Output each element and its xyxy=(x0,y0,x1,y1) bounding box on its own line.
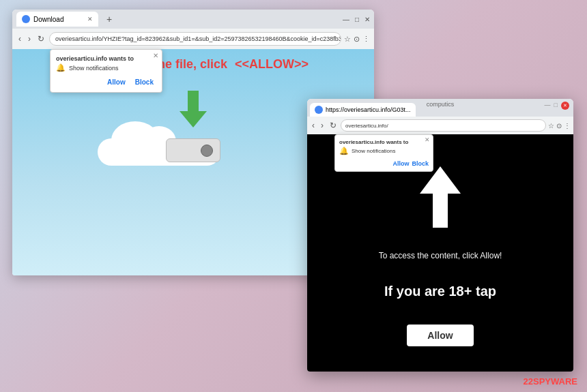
main-tab-label: Download xyxy=(33,16,63,23)
back-button[interactable]: ‹ xyxy=(16,33,23,45)
second-nav-icons: ☆ ⊙ ⋮ xyxy=(548,122,571,130)
popup-site-main: overiesarticu.info wants to xyxy=(56,55,156,62)
new-tab-button[interactable]: + xyxy=(102,12,116,26)
second-menu-icon: ⋮ xyxy=(564,122,571,130)
second-maximize[interactable]: □ xyxy=(554,102,558,110)
second-nav-bar: ‹ › ↻ overiesarticu.info/ ☆ ⊙ ⋮ xyxy=(307,117,573,134)
second-account-icon: ⊙ xyxy=(556,122,562,130)
main-tab[interactable]: Download ✕ xyxy=(16,12,98,27)
download-text-highlight: <<ALLOW>> xyxy=(235,57,309,71)
nav-icons: ☆ ⊙ ⋮ xyxy=(344,35,370,44)
second-minimize[interactable]: — xyxy=(545,102,551,110)
popup-block-button-second[interactable]: Block xyxy=(412,160,429,167)
main-titlebar: Download ✕ + — □ ✕ xyxy=(12,10,374,29)
popup-close-main[interactable]: ✕ xyxy=(153,52,158,59)
age-text: If you are 18+ tap xyxy=(384,284,496,299)
second-bell-icon: 🔔 xyxy=(339,147,349,155)
forward-button[interactable]: › xyxy=(26,33,33,45)
close-button[interactable]: ✕ xyxy=(364,16,370,23)
popup-buttons-second: Allow Block xyxy=(339,160,429,167)
second-url-text: overiesarticu.info/ xyxy=(345,123,388,129)
second-browser-window: https://overiesarticu.info/G03t... compu… xyxy=(307,99,573,372)
url-text: overiesarticu.info/YHZIE?tag_id=823962&s… xyxy=(55,35,341,42)
white-arrow-icon xyxy=(420,166,461,228)
second-back-button[interactable]: ‹ xyxy=(310,119,317,132)
brand-number: 2 xyxy=(524,376,528,387)
win-controls-main: — □ ✕ xyxy=(343,16,370,23)
popup-buttons-main: Allow Block xyxy=(56,78,156,87)
bookmark-icon: ☆ xyxy=(344,35,351,44)
popup-site-second: overiesarticu.info wants to xyxy=(339,139,429,145)
main-nav-bar: ‹ › ↻ overiesarticu.info/YHZIE?tag_id=82… xyxy=(12,29,374,49)
arrow-shaft xyxy=(188,91,199,111)
popup-notif-text-main: Show notifications xyxy=(69,65,119,72)
popup-notif-row-second: 🔔 Show notifications xyxy=(339,147,429,155)
second-tab-favicon xyxy=(315,106,323,114)
account-icon: ⊙ xyxy=(354,35,360,44)
download-illustration xyxy=(84,84,302,179)
popup-allow-button-second[interactable]: Allow xyxy=(392,160,409,167)
bell-icon: 🔔 xyxy=(56,63,66,72)
menu-icon: ⋮ xyxy=(362,35,370,44)
popup-block-button-main[interactable]: Block xyxy=(132,78,156,87)
second-address-bar[interactable]: overiesarticu.info/ xyxy=(341,119,546,132)
second-window-title: computics xyxy=(427,101,455,108)
address-bar[interactable]: overiesarticu.info/YHZIE?tag_id=823962&s… xyxy=(49,32,341,46)
second-titlebar: https://overiesarticu.info/G03t... compu… xyxy=(307,99,573,117)
tab-favicon xyxy=(22,15,30,23)
popup-notif-text-second: Show notifications xyxy=(352,148,395,154)
second-win-controls: — □ ✕ xyxy=(545,102,569,110)
second-forward-button[interactable]: › xyxy=(319,119,326,132)
refresh-button[interactable]: ↻ xyxy=(35,33,46,45)
second-refresh-button[interactable]: ↻ xyxy=(328,119,339,132)
brand-logo: 22SPYWARE xyxy=(524,376,577,387)
brand-name: 2SPYWARE xyxy=(528,376,577,387)
second-tab[interactable]: https://overiesarticu.info/G03t... xyxy=(310,103,416,117)
second-close[interactable]: ✕ xyxy=(561,102,569,110)
access-text: To access the content, click Allow! xyxy=(379,250,502,262)
allow-button[interactable]: Allow xyxy=(407,325,473,346)
second-tab-label: https://overiesarticu.info/G03t... xyxy=(326,106,411,113)
popup-close-second[interactable]: ✕ xyxy=(425,136,430,143)
hard-drive-icon xyxy=(166,132,220,162)
minimize-button[interactable]: — xyxy=(343,16,349,23)
popup-notif-row-main: 🔔 Show notifications xyxy=(56,63,156,72)
main-tab-close[interactable]: ✕ xyxy=(87,16,93,22)
second-bookmark-icon: ☆ xyxy=(548,122,554,130)
white-arrow-shaft xyxy=(433,194,448,228)
maximize-button[interactable]: □ xyxy=(355,16,359,23)
drive-body xyxy=(166,138,220,162)
popup-allow-button-main[interactable]: Allow xyxy=(104,78,128,87)
notification-popup-second: ✕ overiesarticu.info wants to 🔔 Show not… xyxy=(334,134,433,172)
green-arrow-icon xyxy=(180,91,207,127)
notification-popup-main: ✕ overiesarticu.info wants to 🔔 Show not… xyxy=(50,49,162,93)
